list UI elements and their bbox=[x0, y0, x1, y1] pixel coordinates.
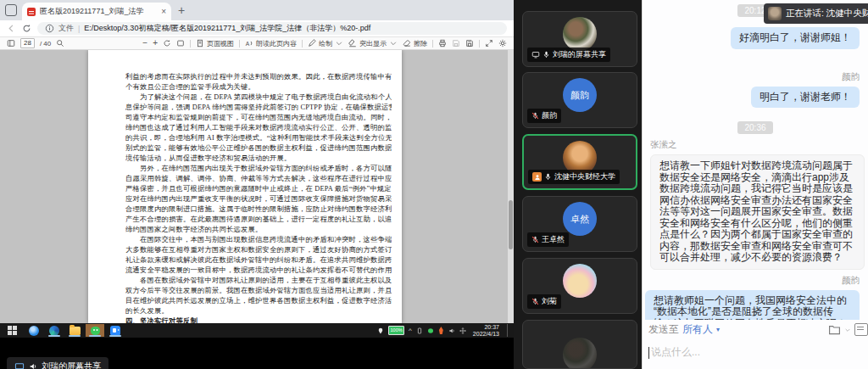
page-view-icon bbox=[196, 39, 204, 48]
document-line: 另外，在缔约国范围内出现关于数据域外管辖方面的纠纷或矛盾时，各方可以随时 bbox=[125, 164, 392, 174]
erase-button[interactable]: 擦除 bbox=[403, 39, 427, 48]
show-desktop-button[interactable] bbox=[507, 324, 511, 337]
chevron-down-icon[interactable]: ▾ bbox=[716, 326, 720, 333]
participant-tile[interactable]: 颜韵颜韵 bbox=[522, 72, 637, 128]
toolbar-divider bbox=[302, 40, 303, 48]
toolbar-divider bbox=[479, 40, 480, 48]
zoom-in-icon[interactable]: + bbox=[153, 39, 158, 48]
screen-share-label: 刘瑞的屏幕共享 bbox=[42, 361, 101, 369]
chevron-down-icon[interactable] bbox=[844, 327, 851, 333]
settings-gear-icon[interactable] bbox=[498, 39, 507, 48]
document-line: 为了解决这个问题，在 DEPA 第四模块中规定了电子数据跨境自由化流动和个人信 bbox=[125, 92, 392, 103]
browser-addressbar: 文件 | E:/Desktop/3.30初稿定稿/匿名版2019211771_刘… bbox=[0, 20, 514, 37]
chat-input-placeholder: 说点什么... bbox=[651, 345, 700, 360]
windows-taskbar: 100% ^ 20:37 2022/4/13 bbox=[0, 323, 514, 338]
document-line: 的共识，即，合理地利用 AI 数字治理模式。“这种利用智能技术手段来达到全方位无… bbox=[125, 133, 392, 143]
print-icon[interactable] bbox=[438, 39, 447, 48]
fit-page-icon[interactable] bbox=[176, 39, 185, 48]
pdf-scrollbar-thumb[interactable] bbox=[509, 200, 513, 249]
read-aloud-button[interactable]: A 朗读此页内容 bbox=[245, 39, 297, 48]
send-to-selector[interactable]: 所有人 bbox=[682, 322, 713, 337]
avatar bbox=[563, 17, 597, 51]
taskbar-app-explorer[interactable] bbox=[65, 324, 84, 337]
volume-icon[interactable] bbox=[448, 327, 455, 334]
highlight-icon bbox=[348, 39, 357, 48]
taskbar-app-meeting[interactable] bbox=[106, 324, 125, 337]
pdf-sidebar-icon[interactable] bbox=[7, 39, 15, 48]
draw-button[interactable]: 绘制 bbox=[308, 39, 343, 48]
toolbar-divider bbox=[432, 40, 433, 48]
phone-tray-icon[interactable] bbox=[416, 327, 423, 334]
read-aloud-label: 朗读此页内容 bbox=[256, 39, 297, 48]
new-tab-button[interactable]: + bbox=[178, 3, 185, 17]
pdf-document-text: 利益的考虑而在实际执行的过程中并未达到预期的效果。因此，在数据跨境传输中有一个有… bbox=[125, 72, 392, 323]
fullscreen-icon[interactable] bbox=[485, 39, 493, 48]
taskbar-app-edge[interactable] bbox=[45, 324, 64, 337]
document-line: 利益的考虑而在实际执行的过程中并未达到预期的效果。因此，在数据跨境传输中有一 bbox=[125, 72, 392, 82]
chat-footer: 发送至 所有人 ▾ 说点什么... bbox=[643, 320, 868, 369]
participant-strip[interactable]: 刘瑞的屏幕共享颜韵颜韵沈健中央财经大学卓然王卓然刘菊 bbox=[514, 0, 642, 369]
chat-message-bubble: 想请教师姐一个问题，我国网络安全法中的“数据本地化”是否是阻挠了全球的数据传输？… bbox=[645, 290, 860, 321]
browser-tab[interactable]: 匿名版2019211771_刘瑞_法学 × bbox=[22, 3, 171, 20]
tray-expand-icon[interactable]: ^ bbox=[409, 327, 412, 334]
participant-tile[interactable]: 刘瑞的屏幕共享 bbox=[522, 11, 637, 67]
taskbar-clock[interactable]: 20:37 2022/4/13 bbox=[473, 324, 499, 338]
document-line: 在国际交往中，本国与别国出现数据信息跨境流通中的矛盾和冲突时，这些争端绝 bbox=[125, 235, 392, 245]
page-number-input[interactable]: 28 bbox=[20, 38, 35, 48]
chat-message-row: 想请教一下师姐针对数据跨境流动问题属于数据安全还是网络安全，滴滴出行app涉及数… bbox=[643, 154, 868, 270]
chevron-down-icon[interactable] bbox=[335, 39, 343, 48]
clock-time: 20:37 bbox=[484, 324, 499, 331]
document-line: 双方今后平等交往发展的前景。我国在数据域外管辖方面也应当适用礼让原则，并且 bbox=[125, 286, 392, 296]
taskbar-app-qq-browser[interactable] bbox=[25, 324, 43, 337]
info-icon[interactable] bbox=[45, 24, 54, 33]
document-line: 严格保密，并且也可根据缔约国的意愿随时中止或终止，在 DEPA 最后“例外”中规… bbox=[125, 184, 392, 194]
pdf-scrollbar[interactable] bbox=[508, 50, 514, 323]
wechat-tray-icon[interactable] bbox=[427, 327, 434, 334]
chevron-down-icon[interactable] bbox=[389, 39, 398, 48]
participant-tile[interactable] bbox=[522, 320, 637, 369]
zoom-out-icon[interactable]: − bbox=[142, 39, 147, 48]
taskbar-app-wechat[interactable] bbox=[86, 324, 104, 337]
url-scheme-label: 文件 bbox=[58, 23, 74, 34]
read-aloud-icon: A bbox=[245, 39, 253, 48]
folder-icon[interactable] bbox=[828, 324, 841, 335]
edge-browser-window: 匿名版2019211771_刘瑞_法学 × + 文件 | E:/Desktop/… bbox=[0, 0, 514, 323]
participant-tile[interactable]: 卓然王卓然 bbox=[522, 196, 637, 252]
mic-muted-icon bbox=[531, 298, 539, 305]
announcement-icon[interactable] bbox=[854, 323, 868, 336]
mic-muted-icon bbox=[531, 112, 539, 120]
highlight-label: 突出显示 bbox=[359, 39, 387, 48]
participant-tile[interactable]: 刘菊 bbox=[522, 258, 637, 314]
avatar: 颜韵 bbox=[563, 78, 597, 112]
page-total-label: / 40 bbox=[40, 40, 51, 48]
save-icon[interactable] bbox=[452, 39, 460, 48]
battery-indicator[interactable]: 100% bbox=[388, 326, 404, 335]
chat-message-list[interactable]: 正在讲话: 沈健中央财经大学 20:12好滴明白了，谢谢师姐！颜韵明白了，谢谢老… bbox=[643, 0, 868, 320]
url-bar[interactable]: 文件 | E:/Desktop/3.30初稿定稿/匿名版2019211771_刘… bbox=[37, 22, 507, 35]
rotate-icon[interactable] bbox=[163, 39, 171, 48]
avatar bbox=[563, 338, 597, 369]
location-pin-icon[interactable] bbox=[377, 327, 384, 334]
participant-name-label: 颜韵 bbox=[527, 109, 561, 123]
tab-close-icon[interactable]: × bbox=[161, 8, 166, 16]
chat-message-bubble: 想请教一下师姐针对数据跨境流动问题属于数据安全还是网络安全，滴滴出行app涉及数… bbox=[650, 154, 865, 270]
screen-share-indicator: 刘瑞的屏幕共享 bbox=[7, 357, 108, 369]
save-as-icon[interactable] bbox=[465, 39, 474, 48]
erase-icon bbox=[403, 39, 411, 48]
uu-accelerator-icon[interactable] bbox=[438, 327, 444, 334]
refresh-icon[interactable] bbox=[22, 24, 31, 33]
chat-timestamp-pill: 20:36 bbox=[737, 121, 772, 134]
input-move-icon[interactable] bbox=[459, 327, 466, 334]
pdf-viewport[interactable]: 利益的考虑而在实际执行的过程中并未达到预期的效果。因此，在数据跨境传输中有一个有… bbox=[0, 50, 514, 323]
search-icon[interactable] bbox=[56, 39, 64, 48]
participant-tile[interactable]: 沈健中央财经大学 bbox=[522, 134, 637, 190]
document-line: 自愿采用斡旋、调解、调停、协商、仲裁等等方式去解决，这些程序在进行过程中应该 bbox=[125, 174, 392, 184]
highlight-button[interactable]: 突出显示 bbox=[348, 39, 398, 48]
tab-list-icon[interactable] bbox=[5, 4, 17, 16]
pdf-file-icon bbox=[27, 8, 36, 16]
back-icon[interactable] bbox=[7, 24, 16, 33]
chat-input[interactable]: 说点什么... bbox=[648, 345, 861, 360]
audio-icon bbox=[29, 362, 37, 369]
page-view-button[interactable]: 页面视图 bbox=[196, 39, 234, 48]
start-button[interactable] bbox=[8, 326, 17, 335]
